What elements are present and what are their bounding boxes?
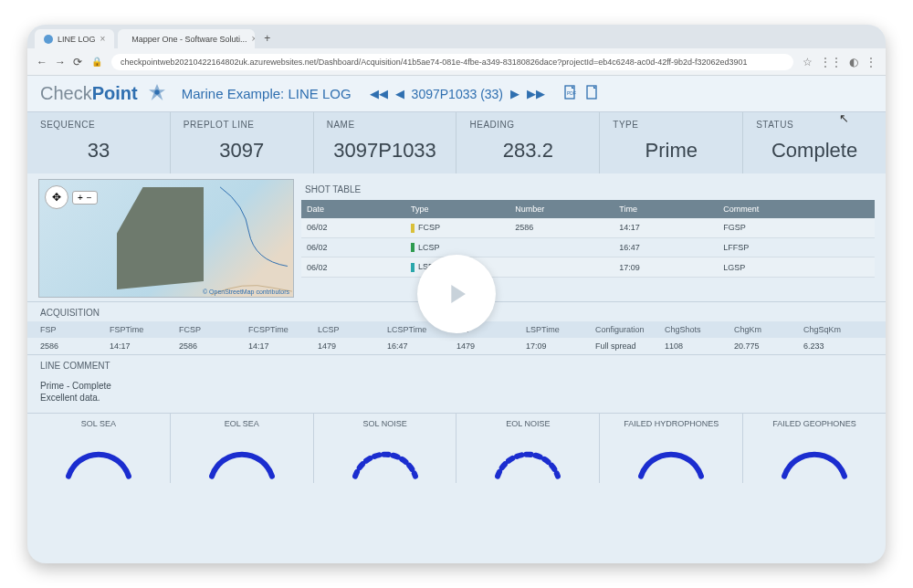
card-heading: HEADING 283.2 xyxy=(456,112,600,173)
col: ChgSqKm xyxy=(803,325,873,334)
gauge-arc-icon xyxy=(340,432,431,479)
line-comment-body: Prime - Complete Excellent data. xyxy=(27,374,886,414)
tab-close-icon[interactable]: × xyxy=(251,34,255,44)
col-date: Date xyxy=(307,205,411,214)
tab-title: LINE LOG xyxy=(58,35,96,44)
cell: 16:47 xyxy=(387,341,456,351)
table-row[interactable]: 06/02 LCSP 16:47 LFFSP xyxy=(301,238,875,258)
gauge-arc-icon xyxy=(482,432,573,479)
shot-table-title: SHOT TABLE xyxy=(301,179,875,200)
gauge-label: EOL SEA xyxy=(174,419,310,428)
type-chip-icon xyxy=(411,263,415,272)
menu-icon[interactable]: ⋮ xyxy=(866,56,876,68)
gauge-label: SOL NOISE xyxy=(318,419,453,428)
cell-time: 14:17 xyxy=(619,223,723,232)
star-icon[interactable]: ☆ xyxy=(803,56,813,68)
url-field[interactable]: checkpointweb20210422164802uk.azurewebsi… xyxy=(111,54,793,70)
col: ChgShots xyxy=(665,325,734,334)
cell-comment: LGSP xyxy=(723,263,869,272)
gauge-arc-icon xyxy=(769,432,860,479)
card-value: 3097P1033 xyxy=(327,139,444,163)
cell: 20.775 xyxy=(734,341,803,351)
map-compass-icon[interactable]: ✥ xyxy=(45,185,68,209)
gauge-failed-geophones: FAILED GEOPHONES xyxy=(743,414,886,483)
comment-line: Prime - Complete xyxy=(40,380,873,392)
type-chip-icon xyxy=(411,224,415,233)
map-zoom-in-button[interactable]: + xyxy=(78,193,83,203)
card-label: SEQUENCE xyxy=(40,120,157,130)
cell-time: 17:09 xyxy=(619,263,723,272)
col-time: Time xyxy=(619,205,723,214)
svg-text:PDF: PDF xyxy=(567,90,576,96)
cell: 17:09 xyxy=(526,341,595,351)
new-tab-button[interactable]: + xyxy=(258,28,276,48)
cell-date: 06/02 xyxy=(307,263,411,272)
cell-date: 06/02 xyxy=(307,223,411,232)
shot-table-panel: SHOT TABLE Date Type Number Time Comment… xyxy=(301,179,875,298)
cursor-icon: ↖ xyxy=(839,111,849,125)
card-status: STATUS Complete xyxy=(743,112,886,173)
table-row[interactable]: 06/02 FCSP 2586 14:17 FGSP xyxy=(301,218,875,238)
doc-export-icon[interactable] xyxy=(585,85,600,102)
nav-next-icon[interactable]: ▶ xyxy=(510,87,519,100)
col-comment: Comment xyxy=(723,205,869,214)
cell-type: FCSP xyxy=(418,223,440,232)
cell-date: 06/02 xyxy=(307,243,411,252)
cell-type: LCSP xyxy=(418,243,440,252)
reload-icon[interactable]: ⟳ xyxy=(73,56,82,68)
cell: 1479 xyxy=(318,341,387,351)
card-label: PREPLOT LINE xyxy=(184,120,300,130)
col: Configuration xyxy=(595,325,665,334)
cell-comment: FGSP xyxy=(723,223,869,232)
play-button[interactable] xyxy=(417,255,496,333)
gauge-label: EOL NOISE xyxy=(460,419,595,428)
cell: Full spread xyxy=(595,341,665,351)
sequence-navigator: ◀◀ ◀ 3097P1033 (33) ▶ ▶▶ xyxy=(370,87,545,101)
map-attribution: © OpenStreetMap contributors xyxy=(203,289,289,295)
col: LCSP xyxy=(318,325,387,334)
gauge-arc-icon xyxy=(196,432,288,479)
profile-icon[interactable]: ◐ xyxy=(849,56,858,68)
cell: 1479 xyxy=(456,341,526,351)
comment-line: Excellent data. xyxy=(40,392,873,404)
card-name: NAME 3097P1033 xyxy=(314,112,457,173)
browser-address-bar: ← → ⟳ 🔒 checkpointweb20210422164802uk.az… xyxy=(27,48,886,76)
nav-prev-icon[interactable]: ◀ xyxy=(395,87,404,100)
col-type: Type xyxy=(411,205,515,214)
browser-tab-1[interactable]: LINE LOG × xyxy=(35,29,114,48)
favicon-icon xyxy=(44,35,53,44)
col: LSPTime xyxy=(526,325,595,334)
type-chip-icon xyxy=(411,243,415,252)
back-icon[interactable]: ← xyxy=(37,56,47,68)
cell: 14:17 xyxy=(248,341,318,351)
brand-text-a: Check xyxy=(40,83,92,103)
pdf-export-icon[interactable]: PDF xyxy=(563,85,578,102)
nav-first-icon[interactable]: ◀◀ xyxy=(370,87,388,100)
acquisition-row[interactable]: 2586 14:17 2586 14:17 1479 16:47 1479 17… xyxy=(27,338,886,354)
map-zoom-out-button[interactable]: − xyxy=(87,193,92,203)
forward-icon[interactable]: → xyxy=(55,56,66,68)
tab-close-icon[interactable]: × xyxy=(100,34,106,44)
play-icon xyxy=(441,278,472,310)
gauge-eol-noise: EOL NOISE xyxy=(456,414,600,483)
map-viewport[interactable]: ✥ + − © OpenStreetMap contributors xyxy=(38,179,294,298)
card-label: HEADING xyxy=(469,120,586,130)
cell-number: 2586 xyxy=(515,223,619,232)
card-type: TYPE Prime xyxy=(600,112,743,173)
browser-tab-2[interactable]: Mapper One - Software Soluti... × xyxy=(118,29,255,48)
col: ChgKm xyxy=(734,325,803,334)
nav-last-icon[interactable]: ▶▶ xyxy=(527,87,545,100)
extension-icon[interactable]: ⋮⋮ xyxy=(820,56,842,68)
cell: 14:17 xyxy=(110,341,179,351)
card-label: STATUS xyxy=(756,120,873,130)
gauge-label: FAILED GEOPHONES xyxy=(747,419,882,428)
app-window: LINE LOG × Mapper One - Software Soluti.… xyxy=(27,25,886,563)
info-cards-row: SEQUENCE 33 PREPLOT LINE 3097 NAME 3097P… xyxy=(27,112,886,173)
gauge-failed-hydrophones: FAILED HYDROPHONES xyxy=(600,414,743,483)
svg-point-0 xyxy=(154,89,159,94)
card-value: Complete xyxy=(756,139,873,163)
table-row[interactable]: 06/02 LSP 17:09 LGSP xyxy=(301,257,875,278)
col-number: Number xyxy=(515,205,619,214)
cell: 6.233 xyxy=(803,341,873,351)
line-comment-title: LINE COMMENT xyxy=(27,354,886,374)
